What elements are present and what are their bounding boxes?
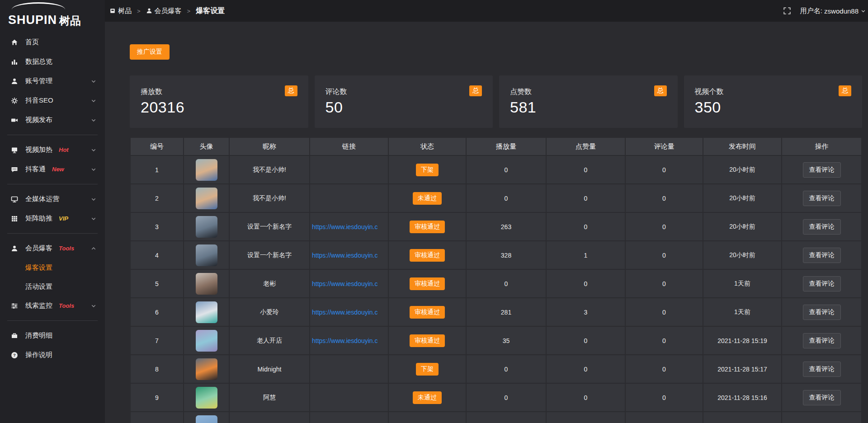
comments-cell: [626, 412, 703, 423]
sidebar-nav: 首页数据总览账号管理抖音SEO视频发布视频加热Hot抖客通New全媒体运营矩阵助…: [0, 26, 105, 423]
nickname-cell: 设置一个新名字: [230, 213, 309, 240]
sidebar-item[interactable]: 会员爆客Tools: [0, 239, 105, 258]
total-badge: 总: [654, 85, 667, 96]
sidebar-divider: [7, 135, 98, 135]
nickname-cell: 阿慧: [230, 384, 309, 411]
column-header: 头像: [184, 138, 229, 155]
sidebar-item[interactable]: 全媒体运营: [0, 189, 105, 209]
time-cell: 2021-11-28 15:19: [703, 327, 781, 354]
table-row: 2我不是小帅!未通过00020小时前查看评论: [131, 184, 861, 212]
plays-cell: 0: [467, 355, 546, 383]
sidebar-item[interactable]: 首页: [0, 33, 105, 52]
status-cell: 未通过: [389, 384, 466, 411]
row-id-cell: 4: [131, 241, 183, 269]
comments-cell: 0: [626, 184, 703, 212]
comments-value: 0: [662, 195, 666, 202]
action-cell: 查看评论: [782, 355, 861, 383]
plays-value: 0: [505, 394, 508, 401]
nickname-cell: [230, 412, 309, 423]
nickname: 我不是小帅!: [253, 166, 286, 173]
sidebar-item[interactable]: 视频发布: [0, 110, 105, 130]
breadcrumb-label: 会员爆客: [155, 7, 182, 15]
chevron-down-icon: [90, 166, 97, 173]
sidebar-item[interactable]: 线索监控Tools: [0, 296, 105, 315]
action-cell: 查看评论: [782, 156, 861, 183]
breadcrumb: 树品>会员爆客>爆客设置: [109, 6, 225, 16]
device-icon: [11, 146, 18, 154]
stat-card-value: 350: [695, 99, 852, 116]
sidebar-subitem[interactable]: 爆客设置: [0, 258, 105, 277]
view-comments-button[interactable]: 查看评论: [803, 219, 841, 235]
row-id: 8: [155, 366, 159, 373]
sidebar-item[interactable]: ?操作说明: [0, 345, 105, 365]
time-value: 2021-11-28 15:19: [717, 337, 767, 344]
view-comments-button[interactable]: 查看评论: [803, 390, 841, 405]
sidebar-item[interactable]: 抖客通New: [0, 160, 105, 179]
view-comments-button[interactable]: 查看评论: [803, 362, 841, 377]
avatar-cell: [184, 241, 229, 269]
time-value: 20小时前: [729, 223, 755, 230]
video-link[interactable]: https://www.iesdouyin.c: [312, 337, 378, 344]
action-cell: 查看评论: [782, 384, 861, 411]
user-icon: [146, 8, 152, 14]
time-cell: 2021-11-28 15:17: [703, 355, 781, 383]
username-label: 用户名:: [800, 7, 822, 15]
status-badge: 未通过: [413, 192, 442, 205]
column-header: 编号: [131, 138, 183, 155]
view-comments-button[interactable]: 查看评论: [803, 305, 841, 320]
dashboard-icon: [109, 8, 116, 14]
comments-cell: 0: [626, 241, 703, 269]
fullscreen-icon[interactable]: [783, 7, 791, 15]
status-cell: 下架: [389, 355, 466, 383]
table-row: 4设置一个新名字https://www.iesdouyin.c审核通过32810…: [131, 241, 861, 269]
sidebar-item-label: 抖音SEO: [25, 96, 53, 105]
view-comments-button[interactable]: 查看评论: [803, 248, 841, 263]
sidebar-item[interactable]: 账号管理: [0, 71, 105, 91]
sidebar-item[interactable]: 矩阵助推VIP: [0, 209, 105, 228]
avatar-cell: [184, 184, 229, 212]
comments-value: 0: [662, 223, 666, 230]
bar-chart-icon: [11, 58, 18, 66]
column-header: 昵称: [230, 138, 309, 155]
time-value: 20小时前: [729, 251, 755, 258]
user-icon: [11, 78, 18, 85]
video-link[interactable]: https://www.iesdouyin.c: [312, 280, 378, 287]
sidebar-item-label: 操作说明: [25, 351, 52, 359]
user-menu[interactable]: 用户名: zswodun88: [800, 7, 866, 15]
status-cell: 未通过: [389, 184, 466, 212]
breadcrumb-item[interactable]: 爆客设置: [196, 6, 225, 16]
view-comments-button[interactable]: 查看评论: [803, 333, 841, 348]
nickname-cell: Midnight: [230, 355, 309, 383]
action-cell: 查看评论: [782, 241, 861, 269]
sidebar-item[interactable]: 抖音SEO: [0, 91, 105, 110]
sidebar-divider: [7, 320, 98, 321]
table-row: 3设置一个新名字https://www.iesdouyin.c审核通过26300…: [131, 213, 861, 240]
video-link[interactable]: https://www.iesdouyin.c: [312, 252, 378, 259]
stat-card-value: 20316: [141, 99, 297, 116]
sidebar-item[interactable]: 消费明细: [0, 326, 105, 345]
sidebar-item[interactable]: 数据总览: [0, 52, 105, 71]
avatar-cell: [184, 327, 229, 354]
breadcrumb-label: 树品: [118, 7, 132, 15]
wallet-icon: [11, 332, 18, 339]
breadcrumb-item[interactable]: 会员爆客: [146, 7, 182, 15]
video-link[interactable]: https://www.iesdouyin.c: [312, 223, 378, 230]
chevron-down-icon: [90, 303, 97, 309]
gear-icon: [11, 97, 18, 104]
sidebar-subitem[interactable]: 活动设置: [0, 277, 105, 296]
breadcrumb-item[interactable]: 树品: [109, 7, 132, 15]
time-value: 1天前: [734, 280, 750, 287]
nickname-cell: 老彬: [230, 270, 309, 297]
sidebar-item-badge: New: [52, 166, 64, 173]
sidebar-item[interactable]: 视频加热Hot: [0, 140, 105, 160]
video-link[interactable]: https://www.iesdouyin.c: [312, 309, 378, 316]
promo-settings-button[interactable]: 推广设置: [130, 44, 170, 60]
view-comments-button[interactable]: 查看评论: [803, 191, 841, 206]
view-comments-button[interactable]: 查看评论: [803, 276, 841, 291]
avatar: [196, 415, 217, 423]
view-comments-button[interactable]: 查看评论: [803, 162, 841, 178]
likes-cell: 0: [547, 184, 625, 212]
plays-cell: 281: [467, 298, 546, 326]
row-id-cell: 5: [131, 270, 183, 297]
plays-cell: 0: [467, 384, 546, 411]
